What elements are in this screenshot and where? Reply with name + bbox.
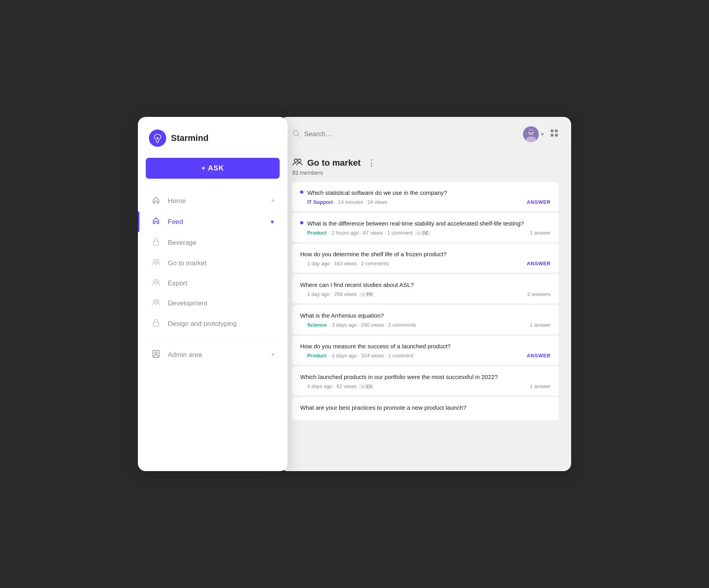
svg-point-5	[156, 280, 159, 283]
svg-point-10	[155, 352, 157, 354]
sidebar-item-label-home: Home	[168, 197, 264, 205]
answer-badge-2: ANSWER	[527, 261, 551, 266]
group-icon-gtm	[150, 259, 161, 268]
sidebar-item-go-to-market[interactable]: Go to market	[146, 253, 280, 273]
svg-point-4	[154, 280, 156, 283]
sidebar-item-label-feed: Feed	[168, 218, 263, 226]
question-card-5[interactable]: How do you measure the success of a laun…	[292, 336, 559, 365]
question-title-3: Where can I find recent studies about AS…	[300, 281, 551, 289]
sidebar-item-label-admin: Admin area	[168, 351, 264, 359]
avatar	[523, 126, 539, 142]
sidebar-item-design[interactable]: Design and prototyping	[146, 313, 280, 334]
question-card-7[interactable]: What are your best practices to promote …	[292, 397, 559, 420]
avatar-area[interactable]: ▾	[523, 126, 544, 142]
group-menu-icon[interactable]: ⋮	[367, 158, 376, 168]
group-title: Go to market	[307, 158, 361, 168]
lang-badge-1: ↔ DE	[415, 230, 431, 236]
sidebar-item-label-export: Export	[168, 279, 275, 287]
lang-text-1: DE	[423, 231, 429, 235]
question-title-2: How do you determine the shelf life of a…	[300, 250, 551, 258]
question-card-0[interactable]: Which statistical software do we use in …	[292, 182, 559, 211]
plus-icon-home: +	[271, 197, 275, 205]
question-meta-4: Science · 3 days ago · 240 views · 2 com…	[300, 322, 551, 328]
question-card-1[interactable]: What is the difference between real-time…	[292, 213, 559, 242]
meta-text-4: · 3 days ago · 240 views · 2 comments	[329, 322, 416, 328]
sidebar-item-label-beverage: Beverage	[168, 239, 275, 247]
sidebar: Starmind + ASK Home +	[138, 117, 288, 471]
chevron-down-icon: ▼	[269, 219, 275, 225]
tag-5: Product	[307, 353, 327, 359]
meta-text-2: 1 day ago · 163 views · 2 comments	[307, 261, 389, 266]
question-title-1: What is the difference between real-time…	[307, 219, 551, 227]
svg-point-13	[528, 129, 534, 135]
svg-point-6	[154, 300, 156, 303]
answer-badge-5: ANSWER	[527, 353, 551, 359]
sidebar-item-label-go-to-market: Go to market	[168, 259, 275, 267]
sidebar-item-label-development: Development	[168, 300, 275, 307]
svg-rect-17	[551, 134, 553, 137]
sidebar-item-beverage[interactable]: Beverage	[146, 232, 280, 253]
grid-icon[interactable]	[550, 129, 559, 140]
logo-icon	[149, 129, 166, 147]
lang-badge-3: ↔ FR	[359, 292, 375, 297]
svg-point-19	[294, 159, 297, 162]
sidebar-item-feed[interactable]: Feed ▼	[146, 211, 280, 232]
question-card-4[interactable]: What is the Arrhenius equation? Science …	[292, 305, 559, 334]
question-card-6[interactable]: Which launched products in our portfolio…	[292, 366, 559, 396]
question-title-0: Which statistical software do we use in …	[307, 189, 551, 197]
home-icon	[150, 196, 161, 206]
svg-rect-1	[153, 241, 159, 245]
question-card-2[interactable]: How do you determine the shelf life of a…	[292, 244, 559, 273]
sidebar-item-admin[interactable]: Admin area +	[146, 344, 280, 366]
question-meta-5: Product · 4 days ago · 324 views · 1 com…	[300, 353, 551, 359]
main-panel: ▾	[280, 117, 571, 471]
search-bar	[292, 129, 517, 139]
lock-icon-beverage	[150, 238, 161, 248]
lock-icon-design	[150, 319, 161, 329]
svg-point-7	[156, 300, 159, 303]
svg-point-3	[156, 260, 159, 263]
search-input[interactable]	[304, 130, 517, 138]
plus-icon-admin: +	[271, 351, 275, 359]
sidebar-item-label-design: Design and prototyping	[168, 320, 275, 328]
svg-rect-8	[153, 322, 159, 326]
svg-rect-18	[555, 134, 558, 137]
question-meta-0: IT Support · 14 minutes · 24 views ANSWE…	[300, 199, 551, 205]
tag-0: IT Support	[307, 199, 333, 205]
lang-text-6: ES	[366, 384, 372, 389]
question-meta-6: 4 days ago · 62 views ↔ ES 1 answer	[300, 383, 551, 389]
question-title-6: Which launched products in our portfolio…	[300, 373, 551, 381]
meta-text-6: 4 days ago · 62 views	[307, 383, 356, 389]
question-title-5: How do you measure the success of a laun…	[300, 342, 551, 350]
svg-rect-16	[555, 129, 558, 132]
search-icon	[292, 129, 300, 139]
sidebar-item-export[interactable]: Export	[146, 273, 280, 293]
members-count: 83 members	[292, 170, 559, 182]
tag-4: Science	[307, 322, 327, 328]
lang-badge-6: ↔ ES	[359, 384, 374, 389]
group-members-icon	[292, 158, 303, 168]
meta-text-3: 1 day ago · 258 views	[307, 291, 357, 297]
tag-1: Product	[307, 230, 327, 236]
group-icon-development	[150, 299, 161, 308]
ask-button[interactable]: + ASK	[146, 158, 280, 179]
admin-icon	[150, 349, 161, 360]
app-name: Starmind	[171, 133, 208, 143]
meta-text-1: · 2 hours ago · 87 views · 1 comment	[329, 230, 412, 236]
answer-count-1: 1 answer	[530, 230, 551, 236]
sidebar-item-development[interactable]: Development	[146, 293, 280, 313]
sidebar-item-home[interactable]: Home +	[146, 190, 280, 211]
lang-text-3: FR	[367, 292, 373, 297]
feed-icon	[150, 217, 161, 227]
translate-icon-1: ↔	[417, 231, 421, 235]
main-header: ▾	[280, 117, 571, 152]
avatar-chevron-icon: ▾	[541, 131, 544, 137]
content-area: Go to market ⋮ 83 members Which statisti…	[280, 152, 571, 471]
question-title-7: What are your best practices to promote …	[300, 403, 551, 412]
svg-point-0	[157, 137, 159, 139]
answer-count-6: 1 answer	[530, 383, 551, 389]
header-right: ▾	[523, 126, 559, 142]
unread-dot-0	[300, 190, 303, 194]
question-card-3[interactable]: Where can I find recent studies about AS…	[292, 274, 559, 303]
translate-icon-3: ↔	[361, 292, 366, 297]
